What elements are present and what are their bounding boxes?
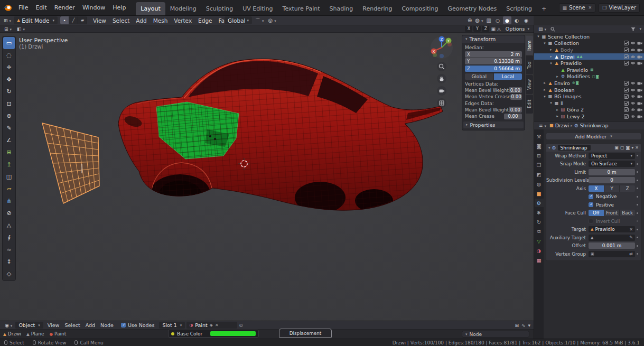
base-color-node-row[interactable]: Base Color [168, 330, 259, 338]
viewport-menu-item[interactable]: View [90, 17, 109, 24]
animate-dot-icon[interactable] [635, 163, 640, 165]
viewport-menu-item[interactable]: Select [109, 17, 133, 24]
inset[interactable]: ◫ [3, 171, 15, 183]
outliner-row[interactable]: ▲ Body [534, 46, 644, 53]
offset-field[interactable]: 0.001 m [589, 242, 635, 249]
expand-icon[interactable] [536, 34, 541, 39]
invert-cull-checkbox[interactable] [589, 219, 593, 223]
animate-dot-icon[interactable] [635, 253, 640, 255]
exclude-checkbox-icon[interactable] [624, 101, 629, 106]
snap-options-icon[interactable]: ▣ [491, 26, 496, 32]
blender-logo-icon[interactable] [0, 4, 15, 11]
use-nodes-checkbox[interactable] [121, 323, 126, 328]
workspace-tab[interactable]: Rendering [358, 2, 397, 15]
context-crumb[interactable]: ▲ Plane [26, 331, 44, 336]
material-selector[interactable]: ◑ Paint ◈ ✕ [186, 322, 237, 329]
unlink-material-icon[interactable]: ✕ [215, 323, 219, 328]
data-row-value[interactable]: 0.00 [509, 107, 522, 113]
animate-dot-icon[interactable] [635, 212, 640, 214]
median-value-field[interactable]: X 2 m [465, 51, 522, 58]
object-tab[interactable]: ■ [535, 189, 544, 198]
negative-checkbox[interactable] [589, 194, 593, 199]
poly-build[interactable]: △ [3, 219, 15, 231]
positive-checkbox[interactable] [589, 202, 593, 207]
modifier-header[interactable]: ▾ ⚙ Shrinkwrap ▣ ▢ ◙ ▾ ✕ [546, 144, 641, 152]
viewlayer-tab[interactable]: ❐ [535, 161, 544, 169]
workspace-tab[interactable]: Layout [136, 2, 165, 15]
scale[interactable]: ⊡ [3, 98, 15, 110]
animate-dot-icon[interactable] [635, 188, 640, 189]
render-camera-icon[interactable] [637, 48, 642, 52]
properties-panel-collapsed[interactable]: ▸ Properties [463, 121, 524, 128]
exclude-checkbox-icon[interactable] [624, 41, 629, 45]
transform[interactable]: ⊕ [3, 110, 15, 122]
world-tab[interactable]: ◍ [535, 180, 544, 188]
expand-icon[interactable] [542, 88, 547, 92]
expand-icon[interactable] [555, 114, 560, 118]
move-view-icon[interactable] [437, 74, 446, 83]
outliner-row[interactable]: ▦ Scene Collection [534, 33, 644, 40]
outliner-row[interactable]: ▤ Góra 2 [534, 107, 644, 114]
hide-eye-icon[interactable] [630, 94, 636, 99]
modifier-tab[interactable]: ⚙ [535, 199, 544, 207]
space-button[interactable]: Local [494, 73, 522, 80]
breadcrumb-object[interactable]: Drzwi [555, 123, 570, 128]
render-toggle-icon[interactable]: ◙ [626, 145, 630, 150]
exclude-checkbox-icon[interactable] [624, 88, 629, 92]
orientation-dropdown[interactable]: Global ▾ [225, 16, 252, 24]
hide-eye-icon[interactable] [630, 41, 636, 45]
filter-funnel-icon[interactable] [631, 27, 636, 32]
axis-option-button[interactable]: Y [604, 185, 620, 192]
viewlayer-selector[interactable]: ❐ ViewLayer [599, 3, 640, 13]
render-camera-icon[interactable] [637, 107, 642, 112]
base-color-swatch[interactable] [210, 331, 256, 336]
hide-eye-icon[interactable] [630, 61, 636, 66]
pin-icon[interactable]: ⊙ [239, 323, 243, 328]
expand-icon[interactable] [542, 41, 547, 45]
annotate[interactable]: ✎ [3, 122, 15, 134]
transform-pivot-icon[interactable]: ◧▾ [17, 26, 25, 32]
exclude-checkbox-icon[interactable] [624, 54, 629, 59]
context-crumb[interactable]: ▲ Drzwi [3, 331, 21, 336]
axis-option-button[interactable]: X [589, 185, 604, 192]
outliner-row[interactable]: ⚙ Modifiers ▢◙ [534, 73, 644, 80]
workspace-tab[interactable]: UV Editing [238, 2, 277, 15]
scene-selector[interactable]: ▦ Scene ✕ [559, 3, 596, 13]
sidebar-tab[interactable]: View [526, 75, 533, 94]
exclude-checkbox-icon[interactable] [624, 94, 629, 99]
transform-panel-header[interactable]: ▾ Transform [462, 35, 525, 43]
workspace-tab[interactable]: Compositing [397, 2, 443, 15]
exclude-checkbox-icon[interactable] [624, 114, 629, 119]
bevel[interactable]: ▱ [3, 183, 15, 195]
hide-eye-icon[interactable] [630, 107, 636, 112]
xray-icon[interactable]: ▥ [486, 17, 492, 23]
expand-icon[interactable] [548, 48, 554, 52]
cursor[interactable]: ✛ [3, 61, 15, 73]
expand-icon[interactable] [555, 74, 560, 79]
add-cube[interactable]: ⊞ [3, 146, 15, 158]
overlay-node-icon[interactable]: ∿ [521, 323, 526, 328]
modifier-name-field[interactable]: Shrinkwrap [558, 145, 591, 151]
expand-icon[interactable] [548, 101, 554, 105]
outliner-row[interactable]: ▦ Collection [534, 40, 644, 47]
expand-icon[interactable] [548, 61, 554, 66]
exclude-checkbox-icon[interactable] [624, 61, 629, 66]
mirror-axis-button[interactable]: Z [482, 26, 489, 32]
eyedropper-icon[interactable]: ✎ [629, 235, 633, 240]
data-row-value[interactable]: 0.00 [509, 87, 522, 93]
data-row-value[interactable]: 0.00 [510, 94, 522, 100]
mode-dropdown[interactable]: ▲ Edit Mode ▾ [14, 16, 58, 24]
knife[interactable]: ⊘ [3, 207, 15, 219]
render-camera-icon[interactable] [637, 41, 642, 45]
topbar-menu-item[interactable]: Help [109, 3, 129, 13]
vertex-select-button[interactable]: ∙ [60, 16, 69, 24]
shading-material-button[interactable]: ◐ [512, 16, 521, 24]
shader-menu-item[interactable]: Node [98, 322, 116, 328]
shader-menu-item[interactable]: Add [83, 322, 98, 328]
perspective-toggle-icon[interactable] [437, 98, 446, 108]
animate-dot-icon[interactable] [635, 204, 640, 205]
expand-icon[interactable] [555, 108, 560, 112]
vertex-group-field[interactable]: ▣ ⇄ [589, 251, 635, 257]
workspace-tab[interactable]: Geometry Nodes [443, 2, 501, 15]
clear-target-icon[interactable]: ✕ [629, 227, 633, 232]
